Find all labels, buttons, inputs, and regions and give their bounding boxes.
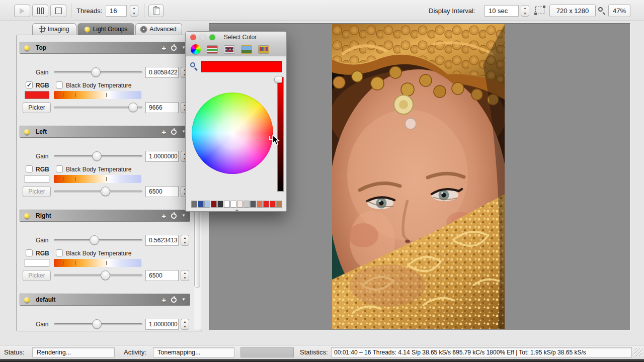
slider-track[interactable]: [54, 275, 142, 277]
stepper-down-icon[interactable]: ▼: [130, 11, 138, 17]
swatch[interactable]: [263, 201, 269, 208]
rgb-checkbox[interactable]: [26, 249, 33, 256]
swatch[interactable]: [270, 201, 276, 208]
swatch[interactable]: [237, 201, 243, 208]
slider-thumb[interactable]: [90, 235, 99, 245]
swatch[interactable]: [224, 201, 230, 208]
window-resize-grip[interactable]: [634, 348, 642, 356]
slider-thumb[interactable]: [101, 270, 110, 280]
gain-slider[interactable]: [54, 235, 142, 246]
temperature-gradient-bar[interactable]: [54, 175, 141, 183]
picker-button[interactable]: Picker: [23, 186, 51, 197]
swatch[interactable]: [230, 201, 236, 208]
display-interval-input[interactable]: 10 sec: [485, 5, 519, 17]
power-icon[interactable]: [171, 297, 177, 303]
chevron-down-icon[interactable]: ▼: [182, 298, 186, 302]
add-icon[interactable]: +: [162, 44, 166, 52]
tab-advanced[interactable]: Advanced: [135, 23, 182, 35]
gain-slider[interactable]: [54, 151, 142, 162]
slider-thumb[interactable]: [91, 67, 101, 77]
eyedropper-magnifier-icon[interactable]: [190, 62, 195, 67]
zoom-button[interactable]: [209, 34, 215, 40]
color-swatch[interactable]: [25, 259, 49, 267]
power-icon[interactable]: [171, 45, 177, 51]
color-swatch[interactable]: [25, 91, 49, 99]
temperature-slider[interactable]: [54, 102, 142, 113]
color-palettes-mode-icon[interactable]: [224, 45, 235, 54]
temperature-stepper[interactable]: ▲▼: [181, 270, 189, 281]
image-palettes-mode-icon[interactable]: [241, 45, 252, 54]
tab-light-groups[interactable]: Light Groups: [77, 23, 134, 35]
rgb-checkbox[interactable]: [26, 165, 33, 172]
chevron-down-icon[interactable]: ▼: [182, 214, 186, 218]
stop-button[interactable]: [50, 5, 66, 17]
light-group-header[interactable]: Left + ▼: [20, 126, 190, 138]
brightness-slider-knob[interactable]: [274, 76, 282, 83]
swatch[interactable]: [204, 201, 210, 208]
gain-value-field[interactable]: 1.0000000: [145, 319, 179, 330]
gain-stepper[interactable]: ▲▼: [181, 235, 189, 246]
light-group-header[interactable]: Right + ▼: [20, 210, 190, 222]
temperature-gradient-bar[interactable]: [54, 259, 141, 267]
picker-button[interactable]: Picker: [23, 270, 51, 281]
temperature-value-field[interactable]: 9666: [145, 102, 179, 113]
gain-stepper[interactable]: ▲▼: [181, 319, 189, 330]
display-interval-stepper[interactable]: ▲ ▼: [521, 5, 529, 17]
magnifier-icon[interactable]: [598, 7, 603, 12]
gain-value-field[interactable]: 1.0000000: [145, 151, 179, 162]
dialog-titlebar[interactable]: Select Color: [186, 32, 286, 43]
temperature-value-field[interactable]: 6500: [145, 186, 179, 197]
gain-slider[interactable]: [54, 67, 142, 78]
play-button[interactable]: [14, 5, 30, 17]
minimize-button[interactable]: [200, 34, 206, 40]
light-group-header[interactable]: Top + ▼: [20, 42, 190, 54]
light-group-header[interactable]: default + ▼: [20, 294, 190, 306]
gain-value-field[interactable]: 0.5623413: [145, 235, 179, 246]
swatch[interactable]: [244, 201, 250, 208]
gain-slider[interactable]: [54, 319, 142, 330]
gain-value-field[interactable]: 0.8058422: [145, 67, 179, 78]
color-swatch[interactable]: [25, 175, 49, 183]
swatch[interactable]: [257, 201, 263, 208]
crayons-mode-icon[interactable]: [258, 45, 269, 54]
stepper-down-icon[interactable]: ▼: [521, 11, 529, 17]
add-icon[interactable]: +: [162, 128, 166, 136]
swatch-drawer-handle[interactable]: [234, 209, 239, 212]
bbt-checkbox[interactable]: [56, 165, 63, 172]
rgb-checkbox[interactable]: ✓: [26, 81, 33, 88]
swatch[interactable]: [211, 201, 217, 208]
pause-button[interactable]: [32, 5, 48, 17]
brightness-slider[interactable]: [277, 77, 284, 192]
swatch[interactable]: [191, 201, 197, 208]
copy-to-clipboard-button[interactable]: [148, 5, 164, 17]
bbt-checkbox[interactable]: [56, 249, 63, 256]
temperature-gradient-bar[interactable]: [54, 91, 141, 99]
slider-thumb[interactable]: [92, 151, 102, 161]
power-icon[interactable]: [171, 129, 177, 135]
temperature-slider[interactable]: [54, 186, 142, 197]
swatch[interactable]: [217, 201, 223, 208]
threads-input[interactable]: 16: [106, 5, 127, 17]
tab-imaging[interactable]: Imaging: [32, 23, 76, 35]
add-icon[interactable]: +: [162, 296, 166, 304]
color-sliders-mode-icon[interactable]: [207, 45, 218, 54]
add-icon[interactable]: +: [162, 212, 166, 220]
color-wheel[interactable]: [192, 93, 273, 174]
stepper-up-icon[interactable]: ▲: [521, 6, 529, 11]
temperature-value-field[interactable]: 6500: [145, 270, 179, 281]
swatch[interactable]: [276, 201, 282, 208]
stepper-up-icon[interactable]: ▲: [130, 6, 138, 11]
power-icon[interactable]: [171, 213, 177, 219]
picker-button[interactable]: Picker: [23, 102, 51, 113]
slider-track[interactable]: [54, 191, 142, 193]
resize-icon[interactable]: [535, 7, 544, 14]
close-button[interactable]: [190, 34, 196, 40]
color-wheel-mode-icon[interactable]: [191, 44, 201, 54]
swatch[interactable]: [198, 201, 204, 208]
slider-thumb[interactable]: [101, 187, 110, 196]
slider-thumb[interactable]: [92, 319, 102, 329]
slider-thumb[interactable]: [128, 103, 138, 112]
swatch[interactable]: [250, 201, 256, 208]
temperature-slider[interactable]: [54, 270, 142, 281]
bbt-checkbox[interactable]: [56, 81, 63, 88]
